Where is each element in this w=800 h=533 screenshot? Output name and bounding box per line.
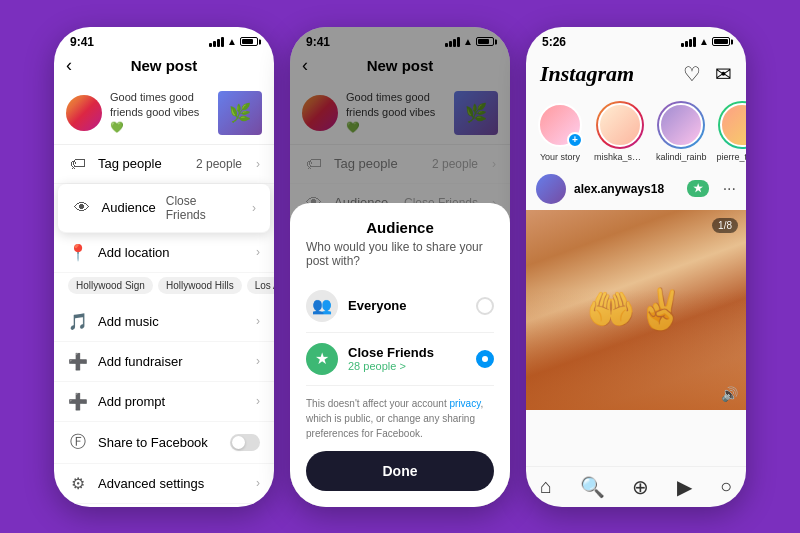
story-name-pierre: pierre_theoc <box>717 152 746 162</box>
close-friends-label: Close Friends 28 people > <box>348 345 466 372</box>
phone-1: 9:41 ▲ ‹ New post Good times good friend… <box>54 27 274 507</box>
modal-subtitle: Who would you like to share your post wi… <box>306 240 494 268</box>
audience-value: Close Friends <box>166 194 238 222</box>
location-tag[interactable]: Hollywood Hills <box>158 277 242 294</box>
prompt-icon: ➕ <box>68 392 88 411</box>
advanced-settings-label: Advanced settings <box>98 476 242 491</box>
nav-search-icon[interactable]: 🔍 <box>580 475 605 499</box>
nav-header-1: ‹ New post <box>54 53 274 82</box>
audience-icon: 👁 <box>72 199 92 217</box>
story-avatar-mishka <box>598 103 642 147</box>
music-icon: 🎵 <box>68 312 88 331</box>
tag-icon: 🏷 <box>68 155 88 173</box>
volume-icon[interactable]: 🔊 <box>721 386 738 402</box>
fundraiser-chevron-icon: › <box>256 354 260 368</box>
facebook-toggle[interactable] <box>230 434 260 451</box>
more-options-icon[interactable]: ··· <box>723 180 736 198</box>
your-story-avatar-wrap: + <box>536 101 584 149</box>
post-counter: 1/8 <box>712 218 738 233</box>
everyone-option[interactable]: 👥 Everyone <box>306 280 494 333</box>
location-tag[interactable]: Hollywood Sign <box>68 277 153 294</box>
ig-post-avatar <box>536 174 566 204</box>
messenger-icon[interactable]: ✉ <box>715 62 732 86</box>
ig-post-username: alex.anyways18 <box>574 182 679 196</box>
story-name-mishka: mishka_songs <box>594 152 646 162</box>
page-title-1: New post <box>131 57 198 74</box>
add-fundraiser-label: Add fundraiser <box>98 354 242 369</box>
add-location-label: Add location <box>98 245 242 260</box>
location-tags: Hollywood Sign Hollywood Hills Los Angel… <box>54 273 274 302</box>
post-avatar-1 <box>66 95 102 131</box>
time-3: 5:26 <box>542 35 566 49</box>
close-friends-radio[interactable] <box>476 350 494 368</box>
ig-header: Instagram ♡ ✉ <box>526 53 746 95</box>
star-icon: ★ <box>693 182 703 195</box>
story-item-mishka[interactable]: mishka_songs <box>594 101 646 162</box>
done-button[interactable]: Done <box>306 451 494 491</box>
facebook-icon: Ⓕ <box>68 432 88 453</box>
location-tag[interactable]: Los Angeles <box>247 277 274 294</box>
phone-3-content: 5:26 ▲ Instagram ♡ ✉ <box>526 27 746 507</box>
instagram-logo: Instagram <box>540 61 634 87</box>
status-icons-1: ▲ <box>209 36 258 47</box>
tag-people-item[interactable]: 🏷 Tag people 2 people › <box>54 145 274 184</box>
nav-home-icon[interactable]: ⌂ <box>540 475 552 498</box>
ig-post-image: 🤲✌ 1/8 🔊 <box>526 210 746 410</box>
share-facebook-item[interactable]: Ⓕ Share to Facebook <box>54 422 274 464</box>
status-icons-3: ▲ <box>681 36 730 47</box>
everyone-label: Everyone <box>348 298 466 313</box>
battery-icon-3 <box>712 37 730 46</box>
story-item-pierre[interactable]: pierre_theoc <box>717 101 746 162</box>
story-avatar-wrap-kalindi <box>657 101 705 149</box>
status-bar-1: 9:41 ▲ <box>54 27 274 53</box>
close-friends-icon: ★ <box>306 343 338 375</box>
story-avatar-pierre <box>720 103 746 147</box>
post-preview-1: Good times good friends good vibes 💚 🌿 <box>54 82 274 145</box>
nav-reels-icon[interactable]: ▶ <box>677 475 692 499</box>
back-button-1[interactable]: ‹ <box>66 55 72 76</box>
your-story-item[interactable]: + Your story <box>536 101 584 162</box>
ig-header-icons: ♡ ✉ <box>683 62 732 86</box>
wifi-icon-3: ▲ <box>699 36 709 47</box>
modal-title: Audience <box>306 219 494 236</box>
nav-profile-icon[interactable]: ○ <box>720 475 732 498</box>
modal-note: This doesn't affect your account privacy… <box>306 396 494 441</box>
audience-item[interactable]: 👁 Audience Close Friends › <box>58 184 270 233</box>
ig-nav: ⌂ 🔍 ⊕ ▶ ○ <box>526 466 746 507</box>
nav-create-icon[interactable]: ⊕ <box>632 475 649 499</box>
location-chevron-icon: › <box>256 245 260 259</box>
settings-icon: ⚙ <box>68 474 88 493</box>
wifi-icon: ▲ <box>227 36 237 47</box>
add-fundraiser-item[interactable]: ➕ Add fundraiser › <box>54 342 274 382</box>
audience-label: Audience <box>102 200 156 215</box>
story-name-kalindi: kalindi_rainb <box>656 152 707 162</box>
signal-icon <box>209 37 224 47</box>
everyone-radio[interactable] <box>476 297 494 315</box>
music-chevron-icon: › <box>256 314 260 328</box>
add-story-button[interactable]: + <box>567 132 583 148</box>
phone-3: 5:26 ▲ Instagram ♡ ✉ <box>526 27 746 507</box>
your-story-label: Your story <box>540 152 580 162</box>
add-location-item[interactable]: 📍 Add location › <box>54 233 274 273</box>
battery-icon <box>240 37 258 46</box>
story-item-kalindi[interactable]: kalindi_rainb <box>656 101 707 162</box>
heart-icon[interactable]: ♡ <box>683 62 701 86</box>
everyone-icon: 👥 <box>306 290 338 322</box>
signal-icon-3 <box>681 37 696 47</box>
privacy-link[interactable]: privacy <box>449 398 480 409</box>
ig-post-header: alex.anyways18 ★ ··· <box>526 168 746 210</box>
phone-2: 9:41 ▲ ‹ New post Good times good friend… <box>290 27 510 507</box>
advanced-settings-item[interactable]: ⚙ Advanced settings › <box>54 464 274 504</box>
status-bar-3: 5:26 ▲ <box>526 27 746 53</box>
add-music-item[interactable]: 🎵 Add music › <box>54 302 274 342</box>
close-friends-option[interactable]: ★ Close Friends 28 people > <box>306 333 494 386</box>
time-1: 9:41 <box>70 35 94 49</box>
share-facebook-label: Share to Facebook <box>98 435 220 450</box>
story-avatar-wrap-pierre <box>718 101 746 149</box>
prompt-chevron-icon: › <box>256 394 260 408</box>
add-music-label: Add music <box>98 314 242 329</box>
everyone-name: Everyone <box>348 298 466 313</box>
add-prompt-item[interactable]: ➕ Add prompt › <box>54 382 274 422</box>
add-prompt-label: Add prompt <box>98 394 242 409</box>
fundraiser-icon: ➕ <box>68 352 88 371</box>
